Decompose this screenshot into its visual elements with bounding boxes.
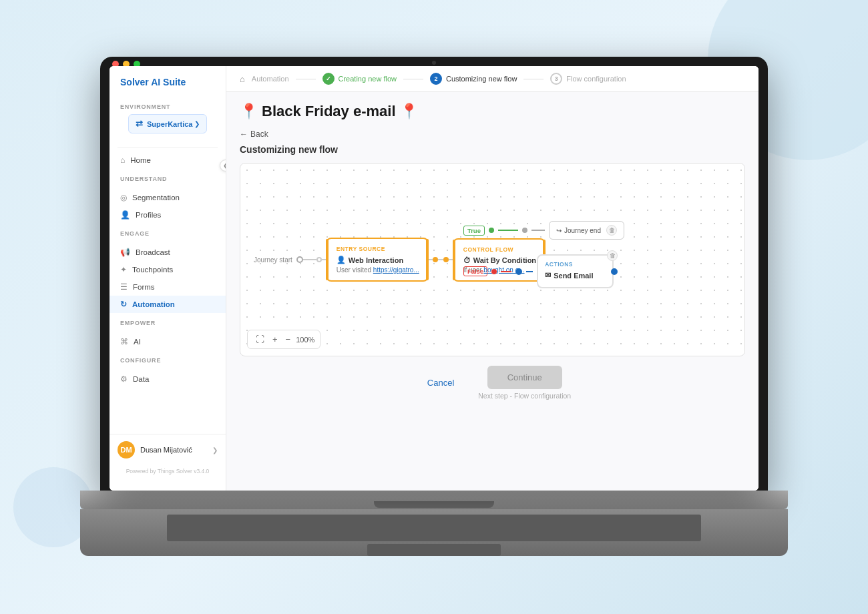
journey-end-node[interactable]: ↪ Journey end 🗑: [549, 221, 624, 240]
actions-delete-button[interactable]: 🗑: [607, 250, 618, 261]
breadcrumb-sep-2: [403, 79, 423, 79]
sidebar-item-ai[interactable]: ⌘ AI: [110, 333, 226, 350]
environment-section: ENVIRONMENT ⇄ SuperKartica ❯: [110, 97, 226, 143]
breadcrumb-step-3-label: Customizing new flow: [446, 75, 517, 83]
entry-left-bar: [326, 239, 329, 280]
journey-end-icon: ↪: [556, 227, 562, 234]
step-2-check: ✓: [322, 73, 335, 85]
understand-section-header: UNDERSTAND: [110, 169, 226, 189]
true-branch-line: [498, 230, 518, 231]
sidebar-item-label: Home: [130, 156, 151, 164]
form-actions: Cancel Continue Next step - Flow configu…: [240, 356, 745, 404]
user-bar[interactable]: DM Dusan Mijatović ❯: [110, 434, 226, 465]
sidebar-item-touchpoints[interactable]: ✦ Touchpoints: [110, 261, 226, 278]
sidebar-item-automation[interactable]: ↻ Automation: [110, 296, 226, 313]
breadcrumb-step-3: 2 Customizing new flow: [430, 73, 517, 85]
false-branch-blue-line: [526, 271, 533, 272]
flow-canvas[interactable]: Journey start ENTRY SOURCE: [240, 163, 745, 356]
touchpoints-icon: ✦: [120, 265, 127, 274]
control-left-bar: [453, 240, 455, 280]
cancel-button[interactable]: Cancel: [414, 372, 467, 393]
zoom-in-button[interactable]: +: [270, 333, 280, 346]
false-branch-blue-dot: [515, 268, 522, 275]
actions-node[interactable]: 🗑 ACTIONS ✉ Send Email: [537, 254, 614, 288]
user-name: Dusan Mijatović: [140, 446, 212, 454]
next-step-text: Next step - Flow configuration: [478, 392, 571, 400]
send-email-icon: ✉: [545, 271, 551, 280]
segmentation-icon: ◎: [120, 193, 127, 202]
screen-bezel: Solver AI Suite ENVIRONMENT ⇄ SuperKarti…: [100, 57, 768, 491]
ai-icon: ⌘: [120, 337, 128, 346]
breadcrumb-step-4: 3 Flow configuration: [550, 73, 626, 85]
env-chevron-icon: ❯: [194, 120, 200, 127]
connector-3: [429, 259, 433, 260]
breadcrumb-sep-3: [523, 79, 544, 79]
sidebar-item-broadcast[interactable]: 📢 Broadcast: [110, 244, 226, 261]
main-content: ⌂ Automation ✓ Creating new flow 2 Custo…: [226, 66, 758, 491]
step-3-num: 2: [430, 73, 442, 85]
environment-selector[interactable]: ⇄ SuperKartica ❯: [128, 114, 207, 133]
journey-start-circle: [296, 256, 303, 263]
sidebar-item-label: Forms: [133, 283, 155, 291]
keyboard-trackpad: [367, 544, 501, 556]
zoom-out-button[interactable]: −: [283, 333, 294, 346]
back-arrow-icon: ←: [240, 129, 248, 139]
user-chevron-icon: ❯: [212, 446, 218, 454]
keyboard-base: [80, 491, 788, 509]
sidebar-item-label: AI: [134, 338, 141, 346]
sidebar-item-home[interactable]: ⌂ Home: [110, 151, 226, 169]
screen-content: Solver AI Suite ENVIRONMENT ⇄ SuperKarti…: [110, 66, 758, 491]
entry-source-subtitle: User visited https://gigatro...: [337, 266, 419, 274]
home-icon: ⌂: [120, 156, 125, 165]
sidebar-item-label: Profiles: [136, 211, 161, 219]
sidebar-item-forms[interactable]: ☰ Forms: [110, 278, 226, 296]
flow-title: 📍 Black Friday e-mail 📍: [240, 103, 745, 120]
false-branch: False 🗑 ACTIONS ✉: [463, 254, 624, 288]
canvas-toolbar: ⛶ + − 100%: [247, 330, 320, 349]
sidebar-item-profiles[interactable]: 👤 Profiles: [110, 206, 226, 224]
connector-5: [449, 259, 453, 260]
back-label: Back: [250, 129, 268, 139]
section-heading: Customizing new flow: [240, 144, 745, 155]
breadcrumb-step-2-label: Creating new flow: [339, 75, 397, 83]
laptop-container: Solver AI Suite ENVIRONMENT ⇄ SuperKarti…: [80, 57, 788, 557]
journey-start-node: Journey start: [254, 256, 303, 264]
entry-source-node[interactable]: ENTRY SOURCE 👤 Web Interaction User visi…: [326, 238, 429, 282]
entry-source-label: ENTRY SOURCE: [337, 246, 419, 252]
understand-label: UNDERSTAND: [120, 176, 215, 182]
powered-by: Powered by Things Solver v3.4.0: [110, 465, 226, 480]
back-button[interactable]: ← Back: [240, 129, 745, 139]
sidebar-item-data[interactable]: ⚙ Data: [110, 370, 226, 388]
true-branch-label: True: [463, 226, 485, 236]
breadcrumb-sep-1: [296, 79, 316, 79]
actions-title: ✉ Send Email: [545, 271, 606, 280]
keyboard-notch: [374, 501, 494, 508]
breadcrumb-step-2: ✓ Creating new flow: [322, 73, 397, 85]
continue-button[interactable]: Continue: [487, 366, 562, 389]
true-branch-end-dot: [522, 228, 527, 233]
true-branch-end-line: [531, 230, 545, 231]
entry-source-link[interactable]: https://gigatro...: [373, 266, 419, 274]
configure-section-header: CONFIGURE: [110, 350, 226, 370]
content-area: 📍 Black Friday e-mail 📍 ← Back Customizi…: [226, 92, 758, 491]
entry-source-title: 👤 Web Interaction: [337, 256, 419, 264]
journey-end-delete-button[interactable]: 🗑: [606, 225, 617, 236]
flow-title-text: Black Friday e-mail: [262, 103, 396, 120]
sidebar-item-segmentation[interactable]: ◎ Segmentation: [110, 189, 226, 206]
true-branch: True ↪ Journey end 🗑: [463, 221, 624, 240]
false-branch-dot: [491, 269, 497, 274]
sidebar-item-label: Automation: [132, 300, 175, 308]
env-icon: ⇄: [136, 119, 143, 129]
empower-section-header: EMPOWER: [110, 313, 226, 333]
data-icon: ⚙: [120, 374, 128, 384]
breadcrumb-step-4-label: Flow configuration: [566, 75, 626, 83]
fullscreen-icon[interactable]: ⛶: [253, 333, 267, 346]
environment-name: SuperKartica: [147, 120, 192, 128]
sidebar-item-label: Broadcast: [136, 248, 170, 256]
user-avatar: DM: [118, 441, 135, 458]
keyboard-body: [80, 509, 788, 556]
actions-right-connector: [611, 268, 618, 275]
false-branch-line: [501, 271, 511, 272]
engage-label: ENGAGE: [120, 230, 215, 237]
profiles-icon: 👤: [120, 210, 130, 220]
